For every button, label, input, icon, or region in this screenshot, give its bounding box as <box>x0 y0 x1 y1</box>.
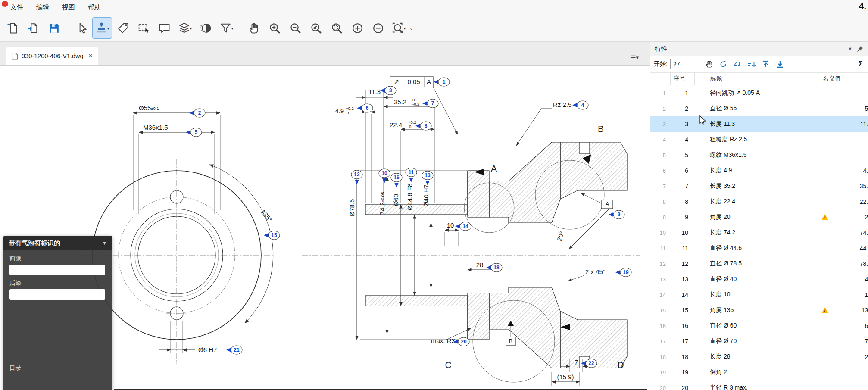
dim-dia55[interactable]: Ø55±0.1 <box>139 104 159 112</box>
toolbar-collapse-icon[interactable]: ‹ <box>410 25 412 31</box>
dim-dia-60[interactable]: Ø60 <box>392 194 400 206</box>
table-row[interactable]: 1818长度 2828 <box>650 349 868 365</box>
table-row[interactable]: 1313直径 Ø 4040 <box>650 271 868 287</box>
menu-edit[interactable]: 编辑 <box>36 3 49 12</box>
move-to-top-icon[interactable] <box>760 59 772 70</box>
marquee-select-button[interactable] <box>134 17 153 39</box>
tab-close-icon[interactable]: × <box>89 52 93 60</box>
table-row[interactable]: 22直径 Ø 5555 <box>650 101 868 116</box>
increase-button[interactable] <box>347 17 367 39</box>
balloon-19[interactable]: 19 <box>615 268 631 277</box>
balloon-18[interactable]: 18 <box>486 263 502 272</box>
pin-icon[interactable] <box>857 45 864 52</box>
dim-len-35-2[interactable]: 35.2 <box>394 98 406 106</box>
balloon-10[interactable]: 10 <box>379 169 390 183</box>
zoom-in-button[interactable] <box>265 17 284 39</box>
comment-button[interactable] <box>154 17 174 39</box>
dim-radius-r3[interactable]: max. R3 <box>431 337 455 344</box>
dim-dia6[interactable]: Ø6 H7 <box>198 346 217 353</box>
drawing-viewport[interactable]: Ø55±0.1 M36x1.5 135° Ø6 H7 <box>0 66 650 390</box>
zoom-region-button[interactable] <box>327 17 347 39</box>
dropdown-caret-icon[interactable]: ▾ <box>107 26 109 31</box>
z-order-sort-icon[interactable]: Z <box>732 59 743 70</box>
chevron-down-icon[interactable]: ▼ <box>102 240 107 246</box>
table-row[interactable]: 55螺纹 M36x1.5 <box>650 147 868 163</box>
table-row[interactable]: 2020半径 R 3 max. <box>650 380 868 390</box>
table-row[interactable]: 33长度 11.311.3 <box>650 116 868 132</box>
balloon-8[interactable]: 8 <box>415 122 431 130</box>
filter-button[interactable]: ▾ <box>216 17 236 39</box>
dropdown-caret-icon[interactable]: ▾ <box>403 26 406 31</box>
menu-file[interactable]: 文件 <box>10 3 23 12</box>
balloon-11[interactable]: 11 <box>406 168 417 182</box>
table-row[interactable]: 77长度 35.235.2 <box>650 178 868 194</box>
chevron-down-icon[interactable]: ▼ <box>848 46 852 51</box>
dim-len-74-2[interactable]: 74.2±0.05 <box>378 192 386 215</box>
balloon-2[interactable]: 2 <box>189 109 205 117</box>
dim-ref-15-9[interactable]: (15 9) <box>557 373 574 381</box>
open-document-button[interactable] <box>23 17 43 39</box>
zoom-window-button[interactable]: ▾ <box>389 17 409 39</box>
table-row[interactable]: 66长度 4.94.9 <box>650 163 868 178</box>
dim-len-4-9[interactable]: 4.9 <box>335 107 344 115</box>
dim-len-7[interactable]: 7 <box>575 359 578 366</box>
sort-descending-icon[interactable] <box>746 59 758 70</box>
table-row[interactable]: 1616直径 Ø 6060 <box>650 318 868 334</box>
prefix-input[interactable] <box>9 265 105 275</box>
dim-len-22-4[interactable]: 22.4 <box>390 121 402 128</box>
table-row[interactable]: 99角度 2020 <box>650 209 868 225</box>
pan-button[interactable] <box>244 17 264 39</box>
renumber-refresh-icon[interactable] <box>718 59 729 70</box>
balloon-20[interactable]: 20 <box>453 337 469 346</box>
gdt-tolerance-value[interactable]: 0.05 <box>407 78 420 85</box>
dropdown-caret-icon[interactable]: ▾ <box>190 26 192 31</box>
tab-list-icon[interactable]: ☰▾ <box>631 54 639 61</box>
dim-thread-m36[interactable]: M36x1.5 <box>143 124 168 131</box>
dropdown-caret-icon[interactable]: ▾ <box>231 26 233 31</box>
balloon-3[interactable]: 3 <box>380 86 396 95</box>
zoom-out-button[interactable] <box>285 17 305 39</box>
balloon-16[interactable]: 16 <box>391 173 402 187</box>
balloon-14[interactable]: 14 <box>455 222 471 231</box>
balloon-1[interactable]: 1 <box>434 78 450 86</box>
select-cursor-button[interactable] <box>72 17 91 39</box>
table-row[interactable]: 88长度 22.422.4 <box>650 194 868 209</box>
table-row[interactable]: 1111直径 Ø 44.644.6 <box>650 240 868 256</box>
new-document-button[interactable] <box>3 17 22 39</box>
balloon-21[interactable]: 21 <box>226 346 242 354</box>
start-number-input[interactable] <box>670 59 694 69</box>
dim-angle-135[interactable]: 135° <box>259 208 274 223</box>
decrease-button[interactable] <box>368 17 388 39</box>
table-row[interactable]: 1717直径 Ø 7070 <box>650 334 868 349</box>
dim-dia-44-6[interactable]: Ø44.6 F8 <box>406 184 413 211</box>
suffix-input[interactable] <box>9 289 105 300</box>
dim-chamfer-2x45[interactable]: 2 x 45° <box>585 268 606 275</box>
balloon-6[interactable]: 6 <box>357 104 373 112</box>
balloon-13[interactable]: 13 <box>422 171 433 185</box>
move-to-bottom-icon[interactable] <box>774 59 786 70</box>
table-row[interactable]: 1515角度 135135 <box>650 303 868 318</box>
menu-view[interactable]: 视图 <box>62 3 75 12</box>
table-row[interactable]: 44粗糙度 Rz 2.5 <box>650 132 868 147</box>
balloon-5[interactable]: 5 <box>186 128 202 137</box>
sum-sigma-icon[interactable]: Σ <box>859 60 865 69</box>
pick-hand-icon[interactable] <box>703 59 715 70</box>
layers-button[interactable]: ▾ <box>175 17 195 39</box>
save-button[interactable] <box>44 17 64 39</box>
display-style-button[interactable] <box>196 17 215 39</box>
balloon-15[interactable]: 15 <box>264 231 280 240</box>
table-row[interactable]: 1414长度 1010 <box>650 287 868 303</box>
table-row[interactable]: 1919倒角 22 <box>650 365 868 380</box>
dim-dia-40[interactable]: Ø40 H7 <box>422 184 430 207</box>
zoom-previous-button[interactable] <box>306 17 326 39</box>
dim-angle-20[interactable]: 20° <box>556 231 566 242</box>
balloon-12[interactable]: 12 <box>351 170 362 184</box>
dim-roughness-rz[interactable]: Rz 2.5 <box>553 101 571 108</box>
balloon-9[interactable]: 9 <box>609 210 624 219</box>
tag-button[interactable] <box>113 17 133 39</box>
document-tab[interactable]: 930-1200-406-V1.dwg × <box>6 47 98 65</box>
table-row[interactable]: 1212直径 Ø 78.578.5 <box>650 256 868 271</box>
menu-help[interactable]: 帮助 <box>88 3 101 12</box>
table-row[interactable]: 11径向跳动 ↗ 0.05 A <box>650 85 868 101</box>
dim-len-28[interactable]: 28 <box>476 261 484 268</box>
